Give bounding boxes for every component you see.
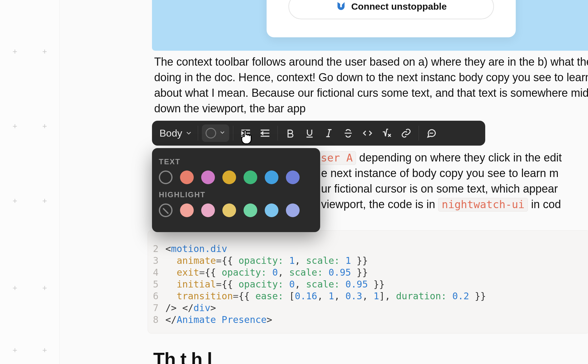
text-color-swatch[interactable] <box>286 170 300 184</box>
color-popover: TEXT HIGHLIGHT <box>152 148 320 232</box>
code-text: /> </div> <box>165 302 216 314</box>
margin-plus-row: ++ <box>0 196 59 206</box>
highlight-section-label: HIGHLIGHT <box>159 190 313 199</box>
underline-button[interactable] <box>301 124 318 142</box>
code-block[interactable]: 2<motion.div3 animate={{ opacity: 1, sca… <box>148 230 588 334</box>
comment-button[interactable] <box>423 124 440 142</box>
chevron-down-icon <box>219 129 225 137</box>
code-line: 5 initial={{ opacity: 0, scale: 0.95 }} <box>148 278 588 290</box>
text-color-swatch[interactable] <box>159 170 173 184</box>
text-color-row <box>159 170 313 184</box>
line-number: 4 <box>148 267 165 278</box>
text-section-label: TEXT <box>159 157 313 166</box>
code-text: animate={{ opacity: 1, scale: 1 }} <box>165 255 368 267</box>
code-button[interactable] <box>359 124 376 142</box>
highlight-color-swatch[interactable] <box>244 203 257 217</box>
margin-plus-row: ++ <box>0 345 59 355</box>
highlight-color-swatch[interactable] <box>201 203 215 217</box>
margin-plus-row: ++ <box>0 283 59 293</box>
text-color-swatch[interactable] <box>201 170 215 184</box>
indent-button[interactable] <box>237 124 254 142</box>
outdent-button[interactable] <box>256 124 274 142</box>
margin-plus-row: ++ <box>0 121 59 131</box>
margin-plus-row: ++ <box>0 47 59 56</box>
connect-button[interactable]: Connect unstoppable <box>288 0 494 19</box>
bold-button[interactable] <box>282 124 299 142</box>
highlight-color-swatch[interactable] <box>159 203 173 217</box>
line-number: 3 <box>148 255 165 267</box>
line-number: 5 <box>148 278 165 290</box>
text-color-swatch[interactable] <box>244 170 257 184</box>
code-line: 2<motion.div <box>148 243 588 255</box>
toolbar-separator <box>277 126 278 141</box>
toolbar-separator <box>233 126 233 141</box>
line-number: 6 <box>148 290 165 302</box>
toolbar-separator <box>419 126 419 141</box>
highlight-color-row <box>159 203 313 217</box>
text-color-dropdown[interactable] <box>202 124 229 142</box>
text-color-swatch[interactable] <box>265 170 278 184</box>
heading-cutoff: Th t h l <box>153 348 212 364</box>
context-toolbar: Body <box>152 121 485 146</box>
highlight-color-swatch[interactable] <box>180 203 194 217</box>
highlight-color-swatch[interactable] <box>265 203 278 217</box>
code-line: 7/> </div> <box>148 302 588 314</box>
code-line: 8</Animate Presence> <box>148 314 588 326</box>
toolbar-separator <box>198 126 198 141</box>
color-swatch-icon <box>206 128 216 138</box>
code-text: <motion.div <box>165 243 227 255</box>
highlight-color-swatch[interactable] <box>286 203 300 217</box>
code-text: exit={{ opacity: 0, scale: 0.95 }} <box>165 267 368 278</box>
line-number: 7 <box>148 302 165 314</box>
document-canvas: Connect unstoppable The context toolbar … <box>152 0 588 364</box>
text-color-swatch[interactable] <box>180 170 194 184</box>
equation-button[interactable] <box>378 124 396 142</box>
code-text: transition={{ ease: [0.16, 1, 0.3, 1], d… <box>165 290 486 302</box>
inline-code: nightwatch-ui <box>438 198 528 212</box>
line-number: 8 <box>148 314 165 326</box>
page-margin: ++ ++ ++ ++ ++ <box>0 0 60 364</box>
code-text: </Animate Presence> <box>165 314 272 326</box>
body-paragraph-1[interactable]: The context toolbar follows around the u… <box>154 54 588 116</box>
body-paragraph-2[interactable]: ser A depending on where they click in t… <box>321 150 588 212</box>
code-line: 6 transition={{ ease: [0.16, 1, 0.3, 1],… <box>148 290 588 302</box>
text-color-swatch[interactable] <box>222 170 236 184</box>
code-line: 4 exit={{ opacity: 0, scale: 0.95 }} <box>148 267 588 278</box>
link-button[interactable] <box>397 124 415 142</box>
chevron-down-icon <box>185 128 192 139</box>
inline-code: ser A <box>317 151 356 165</box>
connect-button-label: Connect unstoppable <box>351 1 447 12</box>
unstoppable-icon <box>336 0 346 13</box>
line-number: 2 <box>148 243 165 255</box>
strikethrough-button[interactable] <box>339 124 357 142</box>
code-text: initial={{ opacity: 0, scale: 0.95 }} <box>165 278 385 290</box>
highlight-color-swatch[interactable] <box>222 203 236 217</box>
text-style-label: Body <box>159 128 182 139</box>
text-style-dropdown[interactable]: Body <box>158 128 194 139</box>
italic-button[interactable] <box>320 124 338 142</box>
code-line: 3 animate={{ opacity: 1, scale: 1 }} <box>148 255 588 267</box>
